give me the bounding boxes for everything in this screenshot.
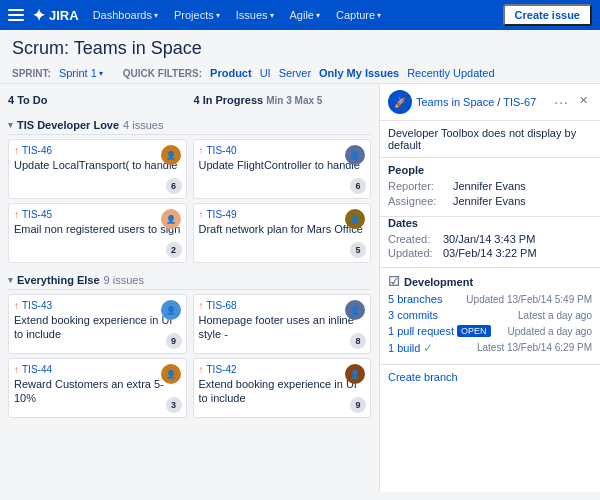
swimlane-header-1: ▾ TIS Developer Love 4 issues [8,116,371,135]
filter-server[interactable]: Server [279,67,311,79]
create-issue-button[interactable]: Create issue [503,4,592,26]
reporter-value: Jennifer Evans [453,180,526,192]
page-title: Scrum: Teams in Space [12,38,588,59]
pull-request-date: Updated a day ago [507,325,592,338]
jira-logo: ✦ JIRA [32,6,79,25]
avatar-tis-42: 👤 [345,364,365,384]
filter-recently-updated[interactable]: Recently Updated [407,67,494,79]
avatar-tis-44: 👤 [161,364,181,384]
created-label: Created: [388,233,443,245]
filter-only-my-issues[interactable]: Only My Issues [319,67,399,79]
page-header: Scrum: Teams in Space [0,30,600,63]
updated-label: Updated: [388,247,443,259]
filter-ui[interactable]: UI [260,67,271,79]
sprint-bar: SPRINT: Sprint 1 ▾ QUICK FILTERS: Produc… [0,63,600,84]
updated-value: 03/Feb/14 3:22 PM [443,247,537,259]
reporter-row: Reporter: Jennifer Evans [388,180,592,192]
created-value: 30/Jan/14 3:43 PM [443,233,535,245]
main-layout: 4 To Do 4 In Progress Min 3 Max 5 ▾ TIS … [0,84,600,492]
commits-link[interactable]: 3 commits [388,309,438,321]
pull-request-link[interactable]: 1 pull request [388,325,454,337]
sprint-selector[interactable]: Sprint 1 ▾ [59,67,103,79]
branches-link[interactable]: 5 branches [388,293,442,305]
inprogress-col-2: ↑ TIS-68 Homepage footer uses an inline … [193,294,372,418]
build-date: Latest 13/Feb/14 6:29 PM [477,341,592,354]
dates-section-title: Dates [388,217,592,229]
detail-dates-section: Dates Created: 30/Jan/14 3:43 PM Updated… [380,217,600,268]
col-header-todo: 4 To Do [8,90,186,110]
detail-header: 🚀 Teams in Space / TIS-67 ··· ✕ [380,84,600,121]
swimlane-1-cards: ↑ TIS-46 Update LocalTransport( to handl… [8,139,371,263]
detail-more-button[interactable]: ··· [550,92,573,112]
board: 4 To Do 4 In Progress Min 3 Max 5 ▾ TIS … [0,84,380,492]
sprint-label: SPRINT: [12,68,51,79]
dev-build-item: 1 build ✓ Latest 13/Feb/14 6:29 PM [388,341,592,355]
inprogress-col-1: ↑ TIS-40 Update FlightController to hand… [193,139,372,263]
avatar-tis-40: 👤 [345,145,365,165]
card-tis-42[interactable]: ↑ TIS-42 Extend booking experience in UI… [193,358,372,418]
card-tis-46[interactable]: ↑ TIS-46 Update LocalTransport( to handl… [8,139,187,199]
swimlane-2-cards: ↑ TIS-43 Extend booking experience in UI… [8,294,371,418]
nav-capture[interactable]: Capture▾ [330,6,387,24]
detail-close-button[interactable]: ✕ [575,92,592,112]
nav-issues[interactable]: Issues▾ [230,6,280,24]
build-status-icon: ✓ [423,341,433,355]
build-link[interactable]: 1 build [388,342,420,354]
assignee-value: Jennifer Evans [453,195,526,207]
people-section-title: People [388,164,592,176]
col-header-inprogress: 4 In Progress Min 3 Max 5 [194,90,372,110]
swimlane-header-2: ▾ Everything Else 9 issues [8,271,371,290]
nav-agile[interactable]: Agile▾ [284,6,326,24]
avatar-tis-43: 👤 [161,300,181,320]
nav-dashboards[interactable]: Dashboards▾ [87,6,164,24]
dev-pull-request-item: 1 pull request OPEN Updated a day ago [388,325,592,338]
swimlane-tis-developer-love: ▾ TIS Developer Love 4 issues ↑ TIS-46 U… [8,116,371,263]
nav-projects[interactable]: Projects▾ [168,6,226,24]
top-nav: ✦ JIRA Dashboards▾ Projects▾ Issues▾ Agi… [0,0,600,30]
detail-development-section: ☑ Development 5 branches Updated 13/Feb/… [380,268,600,365]
card-tis-68[interactable]: ↑ TIS-68 Homepage footer uses an inline … [193,294,372,354]
detail-actions: ··· ✕ [550,92,592,112]
todo-col-1: ↑ TIS-46 Update LocalTransport( to handl… [8,139,187,263]
detail-breadcrumb: Teams in Space / TIS-67 [416,96,546,108]
branches-date: Updated 13/Feb/14 5:49 PM [466,293,592,306]
detail-avatar: 🚀 [388,90,412,114]
todo-col-2: ↑ TIS-43 Extend booking experience in UI… [8,294,187,418]
dev-section-title: ☑ Development [388,274,592,289]
created-row: Created: 30/Jan/14 3:43 PM [388,233,592,245]
detail-panel: 🚀 Teams in Space / TIS-67 ··· ✕ Develope… [380,84,600,492]
avatar-tis-49: 👤 [345,209,365,229]
card-tis-43[interactable]: ↑ TIS-43 Extend booking experience in UI… [8,294,187,354]
assignee-label: Assignee: [388,195,453,207]
avatar-tis-46: 👤 [161,145,181,165]
quick-filters-label: QUICK FILTERS: [123,68,202,79]
dev-icon: ☑ [388,274,400,289]
dev-branches-item: 5 branches Updated 13/Feb/14 5:49 PM [388,293,592,306]
pull-request-status: OPEN [457,325,491,337]
card-tis-45[interactable]: ↑ TIS-45 Email non registered users to s… [8,203,187,263]
create-branch-section: Create branch [380,365,600,389]
swimlane-everything-else: ▾ Everything Else 9 issues ↑ TIS-43 Exte… [8,271,371,418]
breadcrumb-project-link[interactable]: Teams in Space [416,96,494,108]
commits-date: Latest a day ago [518,309,592,322]
hamburger-menu[interactable] [8,9,24,21]
detail-people-section: People Reporter: Jennifer Evans Assignee… [380,158,600,217]
card-tis-49[interactable]: ↑ TIS-49 Draft network plan for Mars Off… [193,203,372,263]
dev-commits-item: 3 commits Latest a day ago [388,309,592,322]
column-headers: 4 To Do 4 In Progress Min 3 Max 5 [8,90,371,110]
card-tis-44[interactable]: ↑ TIS-44 Reward Customers an extra 5-10%… [8,358,187,418]
filter-product[interactable]: Product [210,67,252,79]
detail-subtitle: Developer Toolbox does not display by de… [380,121,600,158]
avatar-tis-45: 👤 [161,209,181,229]
updated-row: Updated: 03/Feb/14 3:22 PM [388,247,592,259]
assignee-row: Assignee: Jennifer Evans [388,195,592,207]
breadcrumb-issue-link[interactable]: TIS-67 [503,96,536,108]
card-tis-40[interactable]: ↑ TIS-40 Update FlightController to hand… [193,139,372,199]
avatar-tis-68: 👤 [345,300,365,320]
create-branch-link[interactable]: Create branch [388,371,458,383]
reporter-label: Reporter: [388,180,453,192]
